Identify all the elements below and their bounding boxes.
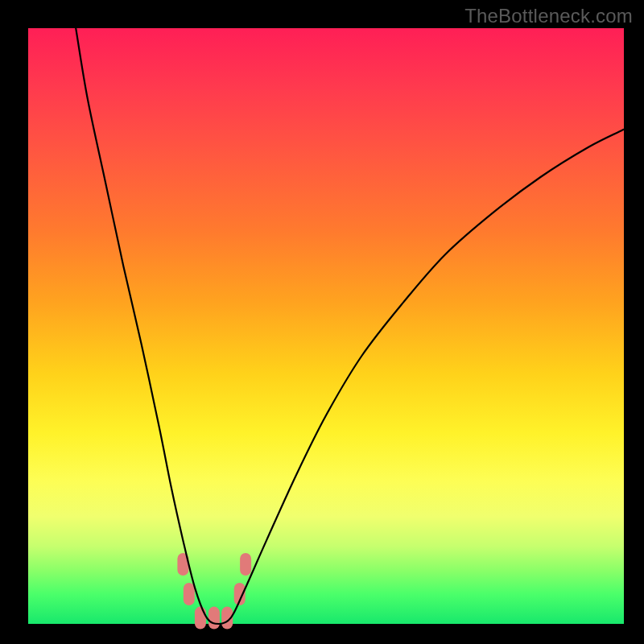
marker-pill bbox=[184, 583, 195, 605]
chart-svg bbox=[28, 28, 624, 624]
outer-frame: TheBottleneck.com bbox=[0, 0, 644, 644]
marker-pill bbox=[208, 607, 220, 630]
marker-pill bbox=[240, 553, 251, 576]
gradient-plot-area bbox=[28, 28, 624, 624]
watermark-text: TheBottleneck.com bbox=[464, 5, 633, 27]
marker-pill bbox=[195, 607, 206, 630]
bottleneck-curve bbox=[76, 28, 624, 624]
